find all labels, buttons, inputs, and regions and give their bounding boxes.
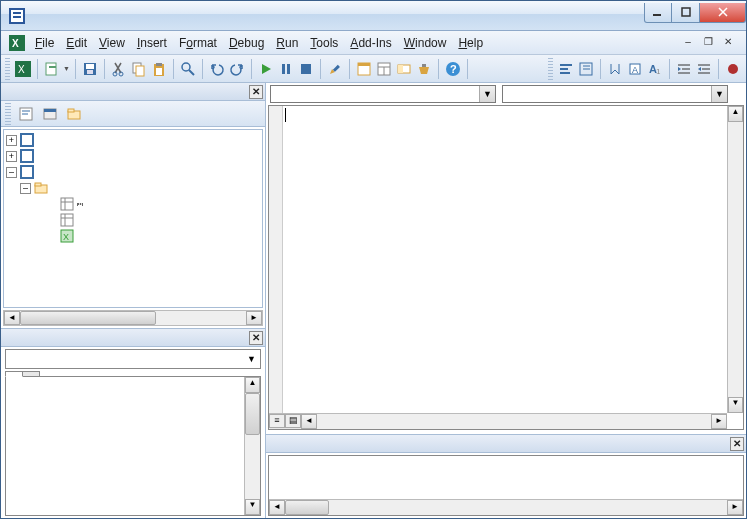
code-hscrollbar[interactable]: ≡ ▤ ◄ ► — [269, 413, 727, 429]
toolbar-grip[interactable] — [5, 58, 10, 80]
object-browser-button[interactable] — [395, 58, 413, 80]
code-vscrollbar[interactable]: ▲ ▼ — [727, 106, 743, 413]
dropdown-icon[interactable]: ▼ — [247, 354, 256, 364]
project-toolbar — [1, 101, 265, 127]
scroll-right-button[interactable]: ► — [246, 311, 262, 325]
svg-rect-30 — [358, 63, 370, 66]
reset-button[interactable] — [297, 58, 315, 80]
scroll-track[interactable] — [728, 122, 743, 397]
procedure-view-button[interactable]: ≡ — [269, 414, 285, 428]
project-hscrollbar[interactable]: ◄ ► — [3, 310, 263, 326]
edit-tb-5[interactable]: A1 — [646, 58, 664, 80]
mdi-close-button[interactable]: ✕ — [720, 36, 736, 50]
tab-alphabetic[interactable] — [5, 371, 23, 377]
immediate-panel-close-button[interactable]: ✕ — [730, 437, 744, 451]
menu-format[interactable]: Format — [173, 34, 223, 52]
properties-panel-close-button[interactable]: ✕ — [249, 331, 263, 345]
scroll-track[interactable] — [317, 414, 711, 429]
find-button[interactable] — [179, 58, 197, 80]
toggle-folders-button[interactable] — [63, 103, 85, 125]
menu-run[interactable]: Run — [270, 34, 304, 52]
full-module-view-button[interactable]: ▤ — [285, 414, 301, 428]
outdent-button[interactable] — [695, 58, 713, 80]
copy-button[interactable] — [130, 58, 148, 80]
svg-rect-18 — [136, 66, 144, 76]
object-dropdown[interactable]: ▼ — [270, 85, 496, 103]
project-tree[interactable]: + + – – X — [3, 129, 263, 308]
tree-toggle[interactable]: + — [6, 151, 17, 162]
save-button[interactable] — [81, 58, 99, 80]
svg-marker-52 — [678, 67, 681, 71]
edit-tb-4[interactable]: A — [626, 58, 644, 80]
immediate-window[interactable]: ◄ ► — [268, 455, 744, 516]
menu-insert[interactable]: Insert — [131, 34, 173, 52]
svg-rect-36 — [422, 64, 426, 67]
properties-object-combo[interactable]: ▼ — [5, 349, 261, 369]
mdi-restore-button[interactable]: ❐ — [700, 36, 716, 50]
indent-button[interactable] — [675, 58, 693, 80]
run-button[interactable] — [257, 58, 275, 80]
view-excel-button[interactable]: X — [14, 58, 32, 80]
menu-file[interactable]: File — [29, 34, 60, 52]
excel-icon[interactable]: X — [9, 35, 25, 51]
scroll-up-button[interactable]: ▲ — [728, 106, 743, 122]
redo-button[interactable] — [228, 58, 246, 80]
menu-help[interactable]: Help — [452, 34, 489, 52]
insert-button[interactable] — [43, 58, 61, 80]
toolbar-grip-2[interactable] — [548, 58, 553, 80]
svg-rect-76 — [61, 214, 73, 226]
menu-view[interactable]: View — [93, 34, 131, 52]
scroll-up-button[interactable]: ▲ — [245, 377, 260, 393]
tree-toggle[interactable]: – — [6, 167, 17, 178]
dropdown-icon[interactable]: ▼ — [479, 86, 495, 102]
menu-window[interactable]: Window — [398, 34, 453, 52]
toolbox-button[interactable] — [415, 58, 433, 80]
code-text[interactable] — [285, 108, 286, 122]
edit-tb-1[interactable] — [557, 58, 575, 80]
scroll-down-button[interactable]: ▼ — [728, 397, 743, 413]
breakpoint-button[interactable] — [724, 58, 742, 80]
scroll-left-button[interactable]: ◄ — [269, 500, 285, 515]
scroll-left-button[interactable]: ◄ — [301, 414, 317, 429]
menu-tools[interactable]: Tools — [304, 34, 344, 52]
close-button[interactable] — [700, 3, 746, 23]
project-panel-close-button[interactable]: ✕ — [249, 85, 263, 99]
paste-button[interactable] — [150, 58, 168, 80]
scroll-thumb[interactable] — [245, 393, 260, 435]
help-button[interactable]: ? — [444, 58, 462, 80]
scroll-right-button[interactable]: ► — [711, 414, 727, 429]
menu-edit[interactable]: Edit — [60, 34, 93, 52]
cut-button[interactable] — [110, 58, 128, 80]
scroll-right-button[interactable]: ► — [727, 500, 743, 515]
project-explorer-button[interactable] — [355, 58, 373, 80]
view-code-button[interactable] — [15, 103, 37, 125]
scroll-down-button[interactable]: ▼ — [245, 499, 260, 515]
project-toolbar-grip[interactable] — [5, 103, 11, 125]
dropdown-icon[interactable]: ▼ — [711, 86, 727, 102]
mdi-minimize-button[interactable]: – — [680, 36, 696, 50]
menu-debug[interactable]: Debug — [223, 34, 270, 52]
undo-button[interactable] — [208, 58, 226, 80]
scroll-left-button[interactable]: ◄ — [4, 311, 20, 325]
immediate-hscrollbar[interactable]: ◄ ► — [269, 499, 743, 515]
tree-node-sheet1[interactable] — [77, 203, 83, 205]
tree-toggle[interactable]: + — [6, 135, 17, 146]
maximize-button[interactable] — [672, 3, 700, 23]
vbaproject-icon — [20, 165, 34, 179]
code-editor[interactable]: ▲ ▼ ≡ ▤ ◄ ► — [268, 105, 744, 430]
view-object-button[interactable] — [39, 103, 61, 125]
scroll-thumb[interactable] — [285, 500, 329, 515]
properties-grid[interactable]: ▲ ▼ — [5, 376, 261, 516]
menu-addins[interactable]: Add-Ins — [344, 34, 397, 52]
edit-tb-3[interactable] — [606, 58, 624, 80]
edit-tb-2[interactable] — [577, 58, 595, 80]
break-button[interactable] — [277, 58, 295, 80]
scroll-thumb[interactable] — [20, 311, 156, 325]
insert-dropdown[interactable]: ▼ — [63, 65, 70, 72]
procedure-dropdown[interactable]: ▼ — [502, 85, 728, 103]
design-mode-button[interactable] — [326, 58, 344, 80]
tree-toggle[interactable]: – — [20, 183, 31, 194]
properties-window-button[interactable] — [375, 58, 393, 80]
minimize-button[interactable] — [644, 3, 672, 23]
properties-vscrollbar[interactable]: ▲ ▼ — [244, 377, 260, 515]
